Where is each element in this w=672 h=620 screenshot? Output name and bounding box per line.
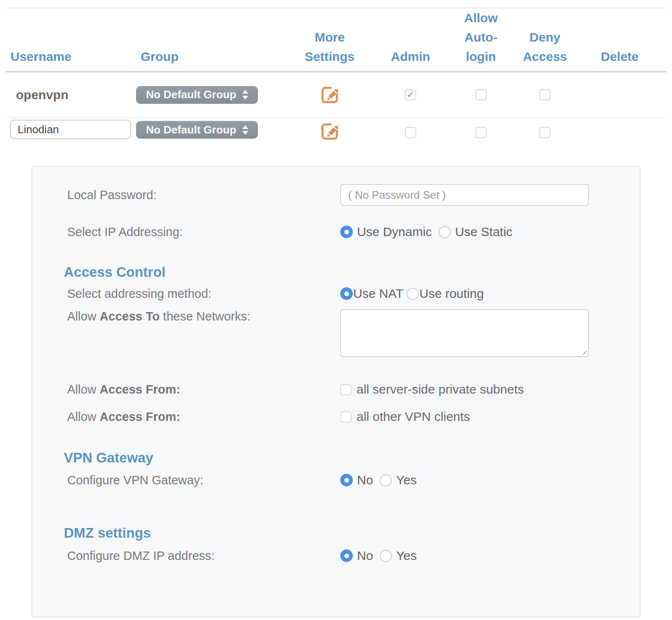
edit-pencil-icon xyxy=(319,84,340,105)
group-select[interactable]: No Default Group xyxy=(136,86,258,104)
addressing-method-row: Select addressing method: Use NAT Use ro… xyxy=(32,286,640,301)
more-settings-edit-button[interactable] xyxy=(319,121,340,142)
more-settings-edit-button[interactable] xyxy=(319,84,340,105)
dmz-no-radio[interactable] xyxy=(340,549,353,562)
local-password-row: Local Password: xyxy=(32,184,640,206)
local-password-input[interactable] xyxy=(340,184,589,206)
table-header: Username Group More Settings Admin Allow… xyxy=(6,8,666,72)
deny-access-checkbox[interactable] xyxy=(539,127,551,138)
username-input[interactable] xyxy=(10,120,131,139)
table-row: openvpn No Default Group ✓ xyxy=(6,72,666,118)
deny-access-checkbox[interactable] xyxy=(539,89,551,100)
allow-autologin-checkbox[interactable] xyxy=(475,89,487,100)
addressing-method-label: Select addressing method: xyxy=(32,286,340,301)
dmz-no-label: No xyxy=(357,549,373,563)
admin-checkbox[interactable]: ✓ xyxy=(405,89,416,100)
use-dynamic-radio[interactable] xyxy=(340,226,353,238)
other-vpn-clients-checkbox[interactable] xyxy=(340,411,352,423)
use-nat-label: Use NAT xyxy=(353,286,403,301)
configure-vpn-gateway-row: Configure VPN Gateway: No Yes xyxy=(32,473,640,487)
use-routing-label: Use routing xyxy=(419,286,483,301)
server-side-subnets-checkbox[interactable] xyxy=(340,384,352,395)
user-settings-panel: Local Password: Select IP Addressing: Us… xyxy=(32,166,640,617)
access-control-heading: Access Control xyxy=(32,264,640,280)
vpn-gateway-yes-label: Yes xyxy=(396,473,417,487)
ip-addressing-label: Select IP Addressing: xyxy=(32,225,340,239)
user-permissions-table: Username Group More Settings Admin Allow… xyxy=(6,8,666,160)
select-arrows-icon xyxy=(242,125,248,135)
allow-autologin-checkbox[interactable] xyxy=(475,127,487,138)
access-from-label: Allow Access From: xyxy=(32,410,340,424)
edit-pencil-icon xyxy=(319,121,340,142)
col-header-auto-login: Allow Auto- login xyxy=(456,8,506,72)
table-row: No Default Group xyxy=(6,118,666,160)
access-from-clients-row: Allow Access From: all other VPN clients xyxy=(32,410,640,424)
access-to-networks-label: Allow Access To these Networks: xyxy=(32,309,340,323)
use-static-label: Use Static xyxy=(455,225,512,239)
configure-dmz-label: Configure DMZ IP address: xyxy=(32,549,340,563)
group-select-value: No Default Group xyxy=(146,88,236,101)
vpn-gateway-heading: VPN Gateway xyxy=(32,450,640,466)
access-to-networks-row: Allow Access To these Networks: xyxy=(32,309,640,357)
use-routing-radio[interactable] xyxy=(407,288,419,300)
server-side-subnets-label: all server-side private subnets xyxy=(357,382,524,397)
use-dynamic-label: Use Dynamic xyxy=(357,225,432,239)
use-nat-radio[interactable] xyxy=(340,287,353,300)
access-from-label: Allow Access From: xyxy=(32,382,340,397)
vpn-gateway-no-label: No xyxy=(357,473,373,487)
group-select[interactable]: No Default Group xyxy=(136,121,258,139)
vpn-gateway-yes-radio[interactable] xyxy=(380,474,392,486)
col-header-delete: Delete xyxy=(584,47,666,72)
col-header-username: Username xyxy=(6,47,136,72)
dmz-yes-label: Yes xyxy=(396,549,417,563)
select-arrows-icon xyxy=(242,90,248,100)
dmz-settings-heading: DMZ settings xyxy=(32,525,640,541)
col-header-deny-access: Deny Access xyxy=(506,28,584,72)
col-header-admin: Admin xyxy=(365,47,456,72)
dmz-yes-radio[interactable] xyxy=(380,550,392,562)
admin-checkbox[interactable] xyxy=(405,127,416,138)
col-header-group: Group xyxy=(136,47,294,72)
use-static-radio[interactable] xyxy=(438,226,451,238)
other-vpn-clients-label: all other VPN clients xyxy=(357,410,470,424)
configure-dmz-row: Configure DMZ IP address: No Yes xyxy=(32,549,640,563)
local-password-label: Local Password: xyxy=(32,188,340,202)
vpn-gateway-no-radio[interactable] xyxy=(340,474,353,486)
configure-vpn-gateway-label: Configure VPN Gateway: xyxy=(32,473,340,487)
access-networks-textarea[interactable] xyxy=(340,309,589,357)
col-header-more-settings: More Settings xyxy=(294,28,365,72)
ip-addressing-row: Select IP Addressing: Use Dynamic Use St… xyxy=(32,225,640,239)
access-from-subnets-row: Allow Access From: all server-side priva… xyxy=(32,382,640,397)
group-select-value: No Default Group xyxy=(146,123,236,137)
checkmark-icon: ✓ xyxy=(407,89,415,100)
username-text: openvpn xyxy=(6,88,68,102)
